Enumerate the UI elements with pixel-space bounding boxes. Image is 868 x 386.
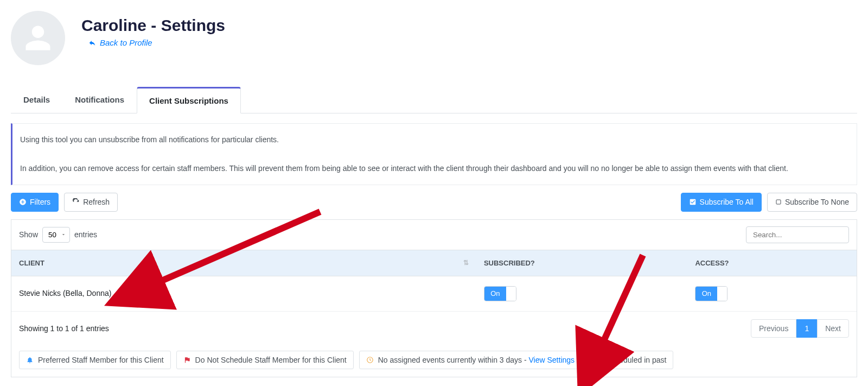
col-access[interactable]: ACCESS? xyxy=(687,250,857,276)
user-icon xyxy=(23,23,53,53)
filters-label: Filters xyxy=(30,198,50,207)
legend-preferred: Preferred Staff Member for this Client xyxy=(19,351,171,369)
show-label: Show xyxy=(19,230,38,239)
tabs: Details Notifications Client Subscriptio… xyxy=(11,87,857,113)
page-size-select[interactable]: 50 xyxy=(42,227,70,243)
legend-do-not-schedule: Do Not Schedule Staff Member for this Cl… xyxy=(176,351,354,369)
square-icon xyxy=(775,199,782,205)
col-subscribed[interactable]: SUBSCRIBED? xyxy=(476,250,688,276)
svg-rect-4 xyxy=(595,357,601,362)
sort-icon: ⇅ xyxy=(463,259,469,267)
plus-circle-icon xyxy=(19,198,27,206)
subscribe-none-label: Subscribe To None xyxy=(785,198,849,207)
legend-no-events: No assigned events currently within 3 da… xyxy=(359,351,582,369)
showing-text: Showing 1 to 1 of 1 entries xyxy=(19,324,109,333)
back-link-label: Back to Profile xyxy=(100,38,152,47)
filters-button[interactable]: Filters xyxy=(11,193,59,212)
info-panel: Using this tool you can unsubscribe from… xyxy=(11,123,857,185)
info-line-1: Using this tool you can unsubscribe from… xyxy=(20,132,849,147)
info-line-2: In addition, you can remove access for c… xyxy=(20,161,849,176)
calendar-icon xyxy=(594,356,602,364)
subscribe-none-button[interactable]: Subscribe To None xyxy=(767,193,857,212)
refresh-button[interactable]: Refresh xyxy=(64,193,118,212)
view-settings-link[interactable]: View Settings xyxy=(529,356,575,364)
avatar xyxy=(11,11,65,65)
svg-rect-2 xyxy=(137,292,143,297)
refresh-icon xyxy=(72,198,80,206)
entries-label: entries xyxy=(74,230,97,239)
flag-icon xyxy=(183,356,191,364)
check-square-icon xyxy=(689,198,697,206)
page-title: Caroline - Settings xyxy=(81,16,225,35)
subscribed-toggle[interactable]: On xyxy=(484,286,516,301)
back-to-profile-link[interactable]: Back to Profile xyxy=(88,38,152,47)
data-table: Show 50 entries CLIENT ⇅ SUBSCRIBED? ACC… xyxy=(11,219,857,377)
clock-icon xyxy=(366,356,374,364)
bell-icon xyxy=(116,290,123,298)
prev-button[interactable]: Previous xyxy=(751,319,796,338)
calendar-icon xyxy=(136,290,144,298)
access-toggle[interactable]: On xyxy=(695,286,727,301)
refresh-label: Refresh xyxy=(83,198,110,207)
table-row: Stevie Nicks (Bella, Donna) On On xyxy=(11,276,857,311)
tab-notifications[interactable]: Notifications xyxy=(62,87,137,113)
subscribe-all-label: Subscribe To All xyxy=(700,198,754,207)
page-1-button[interactable]: 1 xyxy=(796,319,817,338)
reply-icon xyxy=(88,39,97,47)
tab-details[interactable]: Details xyxy=(11,87,62,113)
col-client[interactable]: CLIENT ⇅ xyxy=(11,250,476,276)
pagination: Previous 1 Next xyxy=(751,319,849,338)
clock-icon xyxy=(126,290,133,298)
client-name: Stevie Nicks (Bella, Donna) xyxy=(19,289,111,298)
subscribe-all-button[interactable]: Subscribe To All xyxy=(681,193,762,212)
next-button[interactable]: Next xyxy=(817,319,849,338)
bell-icon xyxy=(26,356,34,364)
legend-scheduled-past: Scheduled in past xyxy=(587,351,673,369)
tab-client-subscriptions[interactable]: Client Subscriptions xyxy=(137,87,241,113)
search-input[interactable] xyxy=(746,226,849,243)
legend: Preferred Staff Member for this Client D… xyxy=(11,345,857,369)
svg-rect-0 xyxy=(776,200,781,204)
